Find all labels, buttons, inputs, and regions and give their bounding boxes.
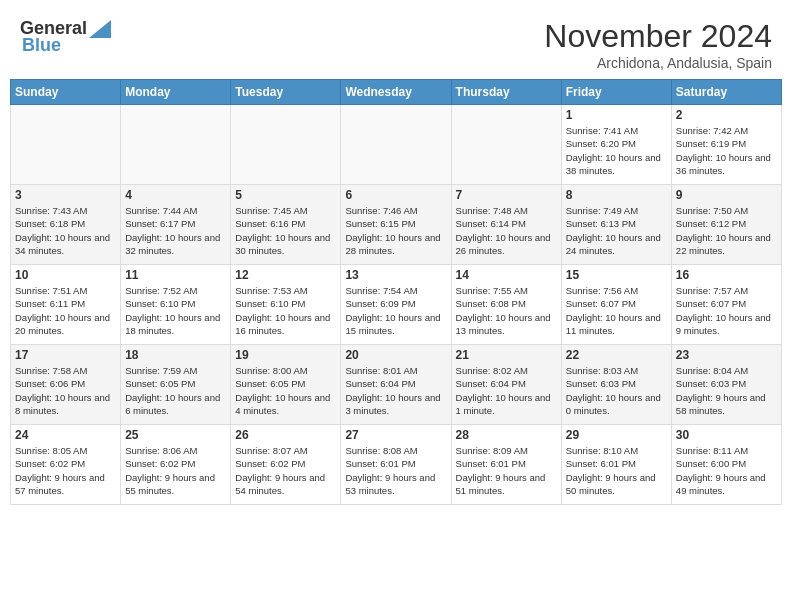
weekday-header-wednesday: Wednesday bbox=[341, 80, 451, 105]
day-info: Sunrise: 8:10 AM Sunset: 6:01 PM Dayligh… bbox=[566, 444, 667, 497]
day-number: 25 bbox=[125, 428, 226, 442]
day-number: 28 bbox=[456, 428, 557, 442]
day-info: Sunrise: 8:00 AM Sunset: 6:05 PM Dayligh… bbox=[235, 364, 336, 417]
calendar-day: 25Sunrise: 8:06 AM Sunset: 6:02 PM Dayli… bbox=[121, 425, 231, 505]
month-title: November 2024 bbox=[544, 18, 772, 55]
day-info: Sunrise: 7:56 AM Sunset: 6:07 PM Dayligh… bbox=[566, 284, 667, 337]
logo-icon bbox=[89, 20, 111, 38]
calendar-day: 10Sunrise: 7:51 AM Sunset: 6:11 PM Dayli… bbox=[11, 265, 121, 345]
calendar-week-row: 24Sunrise: 8:05 AM Sunset: 6:02 PM Dayli… bbox=[11, 425, 782, 505]
day-number: 16 bbox=[676, 268, 777, 282]
calendar-day bbox=[121, 105, 231, 185]
logo: General Blue bbox=[20, 18, 111, 56]
calendar-day: 19Sunrise: 8:00 AM Sunset: 6:05 PM Dayli… bbox=[231, 345, 341, 425]
day-number: 29 bbox=[566, 428, 667, 442]
day-number: 15 bbox=[566, 268, 667, 282]
calendar-week-row: 1Sunrise: 7:41 AM Sunset: 6:20 PM Daylig… bbox=[11, 105, 782, 185]
calendar-day: 26Sunrise: 8:07 AM Sunset: 6:02 PM Dayli… bbox=[231, 425, 341, 505]
day-number: 24 bbox=[15, 428, 116, 442]
day-info: Sunrise: 7:57 AM Sunset: 6:07 PM Dayligh… bbox=[676, 284, 777, 337]
title-section: November 2024 Archidona, Andalusia, Spai… bbox=[544, 18, 772, 71]
day-number: 7 bbox=[456, 188, 557, 202]
calendar-day: 1Sunrise: 7:41 AM Sunset: 6:20 PM Daylig… bbox=[561, 105, 671, 185]
location: Archidona, Andalusia, Spain bbox=[544, 55, 772, 71]
calendar-day bbox=[231, 105, 341, 185]
day-info: Sunrise: 8:07 AM Sunset: 6:02 PM Dayligh… bbox=[235, 444, 336, 497]
calendar-day: 28Sunrise: 8:09 AM Sunset: 6:01 PM Dayli… bbox=[451, 425, 561, 505]
weekday-header-friday: Friday bbox=[561, 80, 671, 105]
day-info: Sunrise: 7:55 AM Sunset: 6:08 PM Dayligh… bbox=[456, 284, 557, 337]
day-info: Sunrise: 8:01 AM Sunset: 6:04 PM Dayligh… bbox=[345, 364, 446, 417]
weekday-header-monday: Monday bbox=[121, 80, 231, 105]
day-number: 9 bbox=[676, 188, 777, 202]
calendar-day: 9Sunrise: 7:50 AM Sunset: 6:12 PM Daylig… bbox=[671, 185, 781, 265]
calendar-day: 11Sunrise: 7:52 AM Sunset: 6:10 PM Dayli… bbox=[121, 265, 231, 345]
day-number: 27 bbox=[345, 428, 446, 442]
day-number: 11 bbox=[125, 268, 226, 282]
day-info: Sunrise: 7:49 AM Sunset: 6:13 PM Dayligh… bbox=[566, 204, 667, 257]
day-info: Sunrise: 8:11 AM Sunset: 6:00 PM Dayligh… bbox=[676, 444, 777, 497]
day-info: Sunrise: 7:53 AM Sunset: 6:10 PM Dayligh… bbox=[235, 284, 336, 337]
day-info: Sunrise: 7:58 AM Sunset: 6:06 PM Dayligh… bbox=[15, 364, 116, 417]
day-info: Sunrise: 7:44 AM Sunset: 6:17 PM Dayligh… bbox=[125, 204, 226, 257]
day-number: 5 bbox=[235, 188, 336, 202]
calendar-day: 13Sunrise: 7:54 AM Sunset: 6:09 PM Dayli… bbox=[341, 265, 451, 345]
day-number: 22 bbox=[566, 348, 667, 362]
calendar-day: 16Sunrise: 7:57 AM Sunset: 6:07 PM Dayli… bbox=[671, 265, 781, 345]
calendar-day: 27Sunrise: 8:08 AM Sunset: 6:01 PM Dayli… bbox=[341, 425, 451, 505]
calendar-table: SundayMondayTuesdayWednesdayThursdayFrid… bbox=[10, 79, 782, 505]
calendar-day: 23Sunrise: 8:04 AM Sunset: 6:03 PM Dayli… bbox=[671, 345, 781, 425]
day-number: 6 bbox=[345, 188, 446, 202]
calendar-day: 7Sunrise: 7:48 AM Sunset: 6:14 PM Daylig… bbox=[451, 185, 561, 265]
day-number: 20 bbox=[345, 348, 446, 362]
calendar-day: 8Sunrise: 7:49 AM Sunset: 6:13 PM Daylig… bbox=[561, 185, 671, 265]
weekday-header-saturday: Saturday bbox=[671, 80, 781, 105]
calendar-day: 24Sunrise: 8:05 AM Sunset: 6:02 PM Dayli… bbox=[11, 425, 121, 505]
logo-blue: Blue bbox=[22, 35, 61, 56]
day-number: 30 bbox=[676, 428, 777, 442]
calendar-week-row: 3Sunrise: 7:43 AM Sunset: 6:18 PM Daylig… bbox=[11, 185, 782, 265]
calendar-day: 6Sunrise: 7:46 AM Sunset: 6:15 PM Daylig… bbox=[341, 185, 451, 265]
calendar-day bbox=[451, 105, 561, 185]
calendar-day: 4Sunrise: 7:44 AM Sunset: 6:17 PM Daylig… bbox=[121, 185, 231, 265]
calendar-day: 20Sunrise: 8:01 AM Sunset: 6:04 PM Dayli… bbox=[341, 345, 451, 425]
calendar-day: 22Sunrise: 8:03 AM Sunset: 6:03 PM Dayli… bbox=[561, 345, 671, 425]
day-number: 13 bbox=[345, 268, 446, 282]
weekday-header-thursday: Thursday bbox=[451, 80, 561, 105]
calendar-day bbox=[341, 105, 451, 185]
calendar-day: 2Sunrise: 7:42 AM Sunset: 6:19 PM Daylig… bbox=[671, 105, 781, 185]
weekday-header-sunday: Sunday bbox=[11, 80, 121, 105]
day-info: Sunrise: 7:59 AM Sunset: 6:05 PM Dayligh… bbox=[125, 364, 226, 417]
day-number: 14 bbox=[456, 268, 557, 282]
calendar-header-row: SundayMondayTuesdayWednesdayThursdayFrid… bbox=[11, 80, 782, 105]
weekday-header-tuesday: Tuesday bbox=[231, 80, 341, 105]
day-info: Sunrise: 8:05 AM Sunset: 6:02 PM Dayligh… bbox=[15, 444, 116, 497]
day-number: 19 bbox=[235, 348, 336, 362]
day-number: 18 bbox=[125, 348, 226, 362]
day-number: 1 bbox=[566, 108, 667, 122]
day-info: Sunrise: 7:45 AM Sunset: 6:16 PM Dayligh… bbox=[235, 204, 336, 257]
day-number: 10 bbox=[15, 268, 116, 282]
day-info: Sunrise: 8:09 AM Sunset: 6:01 PM Dayligh… bbox=[456, 444, 557, 497]
day-number: 23 bbox=[676, 348, 777, 362]
calendar-day bbox=[11, 105, 121, 185]
calendar-day: 30Sunrise: 8:11 AM Sunset: 6:00 PM Dayli… bbox=[671, 425, 781, 505]
calendar-day: 12Sunrise: 7:53 AM Sunset: 6:10 PM Dayli… bbox=[231, 265, 341, 345]
day-number: 26 bbox=[235, 428, 336, 442]
day-number: 8 bbox=[566, 188, 667, 202]
day-number: 12 bbox=[235, 268, 336, 282]
day-info: Sunrise: 7:46 AM Sunset: 6:15 PM Dayligh… bbox=[345, 204, 446, 257]
day-info: Sunrise: 7:50 AM Sunset: 6:12 PM Dayligh… bbox=[676, 204, 777, 257]
day-info: Sunrise: 8:02 AM Sunset: 6:04 PM Dayligh… bbox=[456, 364, 557, 417]
day-info: Sunrise: 7:41 AM Sunset: 6:20 PM Dayligh… bbox=[566, 124, 667, 177]
day-info: Sunrise: 8:06 AM Sunset: 6:02 PM Dayligh… bbox=[125, 444, 226, 497]
day-number: 21 bbox=[456, 348, 557, 362]
calendar-day: 3Sunrise: 7:43 AM Sunset: 6:18 PM Daylig… bbox=[11, 185, 121, 265]
day-number: 4 bbox=[125, 188, 226, 202]
day-info: Sunrise: 7:43 AM Sunset: 6:18 PM Dayligh… bbox=[15, 204, 116, 257]
calendar-day: 5Sunrise: 7:45 AM Sunset: 6:16 PM Daylig… bbox=[231, 185, 341, 265]
day-info: Sunrise: 8:08 AM Sunset: 6:01 PM Dayligh… bbox=[345, 444, 446, 497]
day-info: Sunrise: 7:52 AM Sunset: 6:10 PM Dayligh… bbox=[125, 284, 226, 337]
calendar-day: 15Sunrise: 7:56 AM Sunset: 6:07 PM Dayli… bbox=[561, 265, 671, 345]
day-info: Sunrise: 8:04 AM Sunset: 6:03 PM Dayligh… bbox=[676, 364, 777, 417]
